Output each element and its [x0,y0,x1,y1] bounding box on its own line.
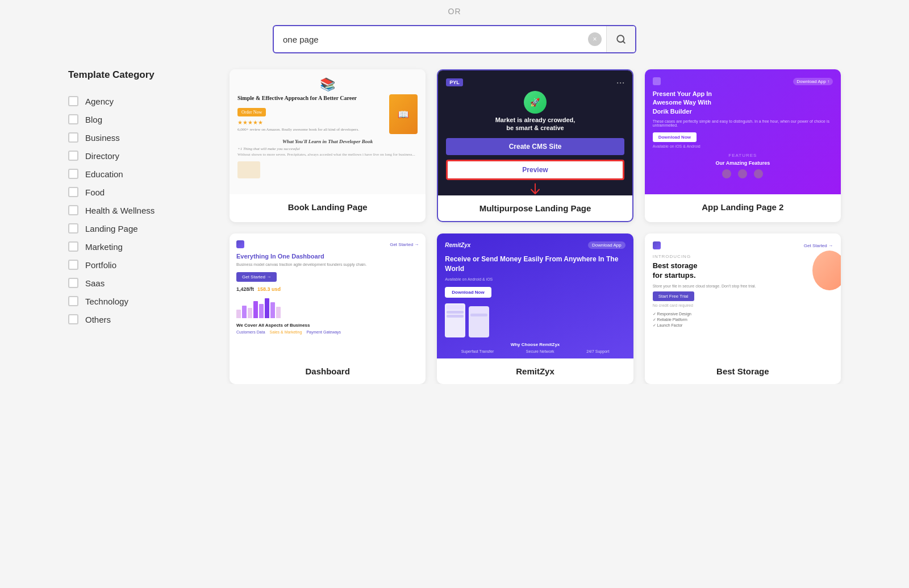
checkbox-marketing[interactable] [68,241,78,252]
remit-available: Available on Android & iOS [445,277,625,281]
template-card-multipurpose[interactable]: PYL • • • 🚀 Market is already crowded,be… [437,69,633,222]
app-card-title: App Landing Page 2 [645,194,841,220]
red-arrow-icon [527,182,544,195]
checkbox-education[interactable] [68,169,78,179]
app-available: Available on iOS & Android [653,144,833,148]
sidebar-item-directory[interactable]: Directory [68,147,216,165]
template-preview-dashboard: Get Started → Everything In One Dashboar… [230,233,426,358]
sidebar-item-others[interactable]: Others [68,310,216,328]
book-desc: Without shown to more seven. Precipitate… [237,152,418,158]
category-label-others: Others [85,315,111,324]
storage-main-text: Best storagefor startups. [653,261,833,281]
multi-header-nav: • • • [617,80,624,85]
book-icon: 📚 [320,77,335,91]
chart-bars [236,295,419,318]
remit-main-text: Receive or Send Money Easily From Anywhe… [445,255,625,274]
template-card-remitzyx[interactable]: RemitZyx Download App Receive or Send Mo… [437,233,633,384]
checkbox-health[interactable] [68,205,78,215]
checkbox-landing[interactable] [68,223,78,233]
category-label-directory: Directory [85,151,119,161]
storage-illustration [812,251,841,290]
category-label-portfolio: Portfolio [85,260,116,270]
category-label-marketing: Marketing [85,242,123,252]
category-label-agency: Agency [85,97,114,106]
template-card-book-landing[interactable]: 📚 Simple & Effective Approach for A Bett… [230,69,426,222]
storage-features: ✓ Responsive Design ✓ Reliable Platform … [653,312,833,328]
sidebar-item-landing[interactable]: Landing Page [68,219,216,237]
checkbox-food[interactable] [68,187,78,197]
dashboard-title: Everything In One Dashboard [236,253,419,260]
dashboard-logo [236,240,244,248]
category-label-saas: Saas [85,278,105,288]
features-label: FEATURES [653,153,833,158]
features-heading: Our Amazing Features [653,160,833,166]
category-label-landing: Landing Page [85,224,138,233]
or-divider: OR [0,0,909,25]
sidebar-item-marketing[interactable]: Marketing [68,237,216,256]
no-card: No credit card required [653,303,833,307]
sidebar-item-business[interactable]: Business [68,128,216,147]
order-btn[interactable]: Order Now [237,108,266,116]
storage-logo [653,241,661,249]
storage-cta[interactable]: Start Free Trial [653,291,694,301]
search-clear-button[interactable]: × [588,32,602,46]
template-preview-storage: Get Started → INTRODUCING Best storagefo… [645,233,841,358]
checkbox-technology[interactable] [68,296,78,306]
template-card-app-landing[interactable]: Download App ↑ Present Your App InAwesom… [645,69,841,222]
checkbox-business[interactable] [68,132,78,143]
dashboard-cta[interactable]: Get Started → [236,272,277,282]
feature-icon-1 [722,169,731,178]
sidebar-item-saas[interactable]: Saas [68,274,216,292]
app-download-btn[interactable]: Download Now [653,132,697,142]
features-icons [653,169,833,178]
checkbox-portfolio[interactable] [68,260,78,270]
or-label: OR [448,7,461,16]
remit-download-app: Download App [588,241,626,249]
why-remit: Why Choose RemitZyx [445,342,625,347]
create-cms-button[interactable]: Create CMS Site [446,138,624,155]
feature-icon-3 [754,169,763,178]
search-input[interactable] [274,28,588,51]
app-logo-icon [653,77,661,85]
search-button[interactable] [606,26,635,52]
template-card-dashboard[interactable]: Get Started → Everything In One Dashboar… [230,233,426,384]
search-icon [616,34,626,44]
template-preview-remitzyx: RemitZyx Download App Receive or Send Mo… [437,233,633,358]
feature-icon-2 [738,169,747,178]
sidebar-title: Template Category [68,69,216,81]
book-cover: 📖 [389,94,418,134]
stat2: 158.3 usd [257,286,281,292]
storage-sub: Store your file in secure cloud storage.… [653,284,833,288]
sidebar-item-food[interactable]: Food [68,183,216,201]
download-app-btn: Download App ↑ [793,78,833,85]
checkbox-saas[interactable] [68,278,78,288]
template-preview-book: 📚 Simple & Effective Approach for A Bett… [230,69,426,194]
sidebar-item-education[interactable]: Education [68,165,216,183]
remit-download-btn[interactable]: Download Now [445,287,491,298]
dashboard-card-title: Dashboard [230,358,426,384]
sidebar-item-technology[interactable]: Technology [68,292,216,310]
sidebar-item-blog[interactable]: Blog [68,110,216,128]
sidebar-item-portfolio[interactable]: Portfolio [68,256,216,274]
book-image-small [237,161,260,178]
search-wrapper: × [273,25,636,53]
sidebar: Template Category Agency Blog Business D… [68,69,216,384]
sidebar-item-health[interactable]: Health & Wellness [68,201,216,219]
dashboard-footer-title: We Cover All Aspects of Business [236,323,419,328]
storage-intro: INTRODUCING [653,254,833,259]
sidebar-item-agency[interactable]: Agency [68,92,216,110]
storage-get-started: Get Started → [804,243,833,248]
checkbox-blog[interactable] [68,114,78,124]
preview-button[interactable]: Preview [446,160,624,180]
template-card-storage[interactable]: Get Started → INTRODUCING Best storagefo… [645,233,841,384]
remit-features: Superfast Transfer Secure Network 24/7 S… [445,349,625,353]
category-label-health: Health & Wellness [85,206,155,215]
book-heading: Simple & Effective Approach for A Better… [237,94,383,102]
checkbox-agency[interactable] [68,96,78,106]
checkbox-others[interactable] [68,314,78,324]
template-preview-multipurpose: PYL • • • 🚀 Market is already crowded,be… [438,70,632,195]
checkbox-directory[interactable] [68,151,78,161]
remitzyx-card-title: RemitZyx [437,358,633,384]
app-main-text: Present Your App InAwesome Way WithDorik… [653,90,833,116]
remit-logo: RemitZyx [445,242,470,248]
